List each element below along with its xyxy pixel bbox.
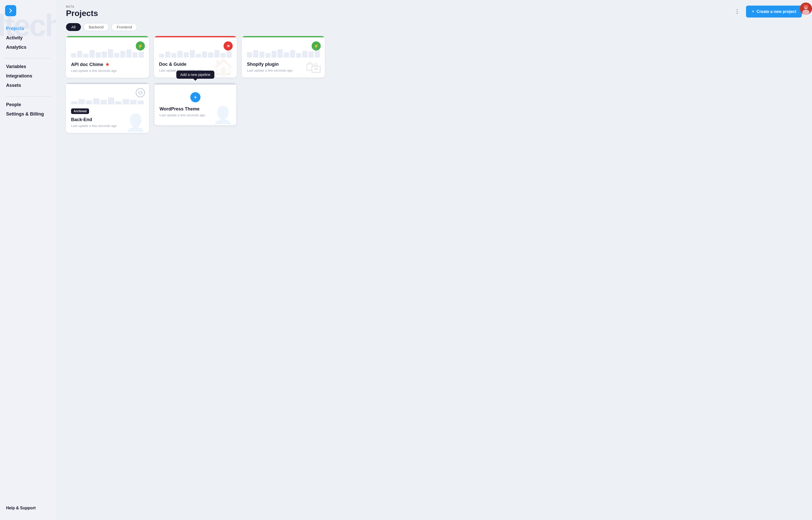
card-subtitle: Last update a few seconds ago xyxy=(71,69,144,73)
card-chart xyxy=(247,43,320,58)
avatar-image xyxy=(800,3,812,15)
header-actions: ⋮ + Create a new project xyxy=(732,6,802,18)
chart-bar xyxy=(215,50,220,58)
svg-rect-3 xyxy=(803,5,808,8)
main-content: BETA Projects ⋮ + Create a new project A… xyxy=(56,0,812,520)
card-wrapper-wordpress-theme: Add a new pipeline + WordPress Theme Las… xyxy=(154,83,237,133)
card-wrapper-api-doc-chime: ⚡ API doc Chime ★ Last update a few seco… xyxy=(66,36,149,78)
header-left: BETA Projects xyxy=(66,5,732,18)
chart-bar xyxy=(115,101,121,104)
sidebar-item-assets[interactable]: Assets xyxy=(5,81,51,90)
project-card-shopify-plugin[interactable]: ⚡ Shopify plugin Last update a few secon… xyxy=(242,36,325,77)
chart-bar xyxy=(139,52,144,58)
sidebar-item-people[interactable]: People xyxy=(5,100,51,109)
card-body: + WordPress Theme Last update a few seco… xyxy=(155,84,236,125)
chart-bar xyxy=(77,51,82,58)
chart-bar xyxy=(177,51,183,58)
chart-bar xyxy=(315,49,320,58)
chart-bar xyxy=(71,53,76,58)
card-chart xyxy=(71,43,144,58)
card-body: ⚡ API doc Chime ★ Last update a few seco… xyxy=(66,37,149,78)
chart-bar xyxy=(101,100,107,104)
add-pipeline-tooltip: Add a new pipeline xyxy=(176,71,215,79)
page-header: BETA Projects ⋮ + Create a new project xyxy=(56,0,812,21)
beta-label: BETA xyxy=(66,5,732,8)
project-card-api-doc-chime[interactable]: ⚡ API doc Chime ★ Last update a few seco… xyxy=(66,36,149,78)
card-chart xyxy=(71,89,144,104)
chart-bar xyxy=(122,99,129,104)
chart-bar xyxy=(86,101,92,104)
create-button-label: Create a new project xyxy=(757,9,796,14)
chart-bar xyxy=(165,52,170,58)
card-title-text: API doc Chime xyxy=(71,62,103,67)
filter-tab-frontend[interactable]: Frontend xyxy=(111,23,137,31)
sidebar-bottom: Help & Support xyxy=(0,504,56,515)
card-status-icon: ⚡ xyxy=(136,42,145,51)
chart-bar xyxy=(83,54,88,58)
card-title-text: Shopify plugin xyxy=(247,62,279,67)
app-logo[interactable] xyxy=(5,5,16,16)
create-icon: + xyxy=(752,9,755,15)
chart-bar xyxy=(265,53,271,58)
sidebar-item-projects[interactable]: Projects xyxy=(5,24,51,33)
chart-bar xyxy=(278,49,283,58)
chart-bar xyxy=(120,51,125,58)
chart-bar xyxy=(284,52,289,58)
chart-bar xyxy=(108,49,113,58)
chevron-right-icon xyxy=(8,8,14,14)
chart-bar xyxy=(221,53,226,58)
project-card-back-end[interactable]: Archived Back-End Last update a few seco… xyxy=(66,83,149,133)
sidebar-item-help-support[interactable]: Help & Support xyxy=(5,504,51,512)
sidebar: ltech Projects Activity Analytics Variab… xyxy=(0,0,56,520)
plus-icon: + xyxy=(194,94,197,100)
card-status-icon: ⚡ xyxy=(312,42,321,51)
card-body: ⚡ Shopify plugin Last update a few secon… xyxy=(242,37,325,77)
chart-bar xyxy=(184,52,189,58)
chart-bar xyxy=(90,50,95,58)
card-title-text: Doc & Guide xyxy=(159,62,187,67)
sidebar-item-settings-billing[interactable]: Settings & Billing xyxy=(5,109,51,119)
sidebar-item-analytics[interactable]: Analytics xyxy=(5,43,51,52)
sidebar-item-variables[interactable]: Variables xyxy=(5,62,51,71)
page-title: Projects xyxy=(66,9,732,18)
card-status-icon-archived xyxy=(136,88,145,97)
chart-bar xyxy=(253,50,258,58)
card-body: Archived Back-End Last update a few seco… xyxy=(66,84,149,133)
chart-bar xyxy=(102,52,107,58)
chart-bar xyxy=(247,52,252,58)
chart-bar xyxy=(208,52,213,58)
nav-divider-1 xyxy=(5,58,51,58)
card-title-text: Back-End xyxy=(71,117,92,122)
chart-bar xyxy=(159,54,164,58)
chart-bar xyxy=(114,53,119,58)
chart-bar xyxy=(259,52,264,58)
card-title: WordPress Theme xyxy=(160,106,200,112)
add-pipeline-button[interactable]: + xyxy=(190,92,200,102)
user-avatar[interactable] xyxy=(800,3,812,15)
chart-bar xyxy=(272,51,277,58)
card-bg-icon: 👤 xyxy=(213,107,233,123)
chart-bar xyxy=(78,99,85,104)
project-card-wordpress-theme[interactable]: + WordPress Theme Last update a few seco… xyxy=(154,83,237,126)
chart-bar xyxy=(196,54,201,58)
sidebar-item-integrations[interactable]: Integrations xyxy=(5,71,51,81)
card-subtitle: Last update a few seconds ago xyxy=(160,113,205,117)
card-wrapper-back-end: Archived Back-End Last update a few seco… xyxy=(66,83,149,133)
filter-tab-backend[interactable]: Backend xyxy=(83,23,109,31)
chart-bar xyxy=(202,52,207,58)
chart-bar xyxy=(190,50,195,58)
filter-tab-all[interactable]: All xyxy=(66,23,81,31)
svg-point-2 xyxy=(802,10,809,15)
card-chart xyxy=(159,43,232,58)
archived-badge: Archived xyxy=(71,108,89,114)
sidebar-item-activity[interactable]: Activity xyxy=(5,33,51,43)
projects-grid: ⚡ API doc Chime ★ Last update a few seco… xyxy=(56,36,335,143)
chart-bar xyxy=(108,98,114,104)
card-bg-icon: 🛍 xyxy=(305,59,322,75)
chart-bar xyxy=(96,52,101,58)
create-project-button[interactable]: + Create a new project xyxy=(746,6,802,18)
star-icon: ★ xyxy=(105,62,109,67)
more-options-button[interactable]: ⋮ xyxy=(732,7,742,16)
chart-bar xyxy=(93,98,100,104)
chart-bar xyxy=(302,51,307,58)
